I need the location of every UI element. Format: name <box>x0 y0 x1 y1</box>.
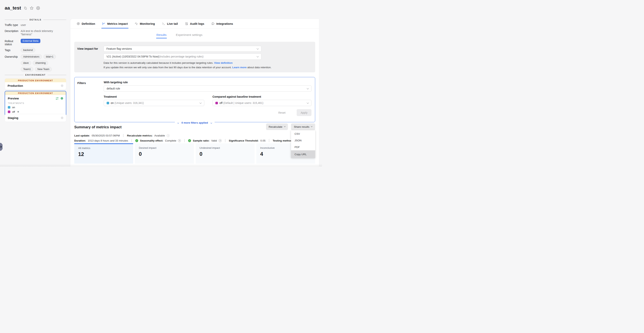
apply-button[interactable]: Apply <box>297 109 312 116</box>
default-treatment-icon: ✳ <box>17 110 19 113</box>
owner-pill[interactable]: Administrators <box>21 54 42 59</box>
chevron-down-icon <box>311 125 312 127</box>
check-circle-icon: ✓ <box>135 139 138 142</box>
env-name: Staging <box>8 116 18 120</box>
production-env-banner: PRODUCTION ENVIRONMENT <box>5 91 66 95</box>
pulse-icon <box>135 22 138 25</box>
treatment-off-row: off ✳ <box>8 110 63 113</box>
gear-icon[interactable] <box>36 6 40 10</box>
card-desired-impact[interactable]: Desired impact 0 <box>135 143 194 164</box>
environment-heading: ENVIRONMENT <box>5 74 66 76</box>
tab-audit-logs[interactable]: Audit logs <box>185 19 204 28</box>
page-title: aa_test <box>5 5 21 11</box>
chevron-down-icon <box>200 102 202 104</box>
baseline-label: Compared against baseline treatment <box>212 95 261 98</box>
results-subtabs: Results Experiment settings <box>55 33 304 38</box>
reset-button[interactable]: Reset <box>278 111 286 114</box>
divider <box>269 139 269 142</box>
learn-more-link[interactable]: Learn more <box>232 66 246 69</box>
swap-arrows-icon <box>56 97 59 100</box>
help-icon[interactable]: ? <box>219 139 222 142</box>
tab-integrations[interactable]: Integrations <box>211 19 233 28</box>
tab-definition[interactable]: Definition <box>76 19 95 28</box>
status-dot-grey <box>61 116 63 119</box>
help-icon[interactable]: ? <box>178 139 181 142</box>
treatment-select[interactable]: on (Unique users: 316,341) <box>104 100 204 106</box>
summary-meta-row-2: Duration: 1013 days 8 hours and 33 minut… <box>74 139 307 142</box>
summary-meta-row-1: Last update: 05/30/2025 03:57:06PM Recal… <box>74 134 170 137</box>
version-note-1: Data for this version is automatically c… <box>104 62 232 64</box>
sidebar-expand-handle[interactable] <box>0 143 2 151</box>
chevron-down-icon <box>306 102 309 104</box>
owner-pill[interactable]: bilal+1 <box>44 54 56 59</box>
chevron-down-icon <box>177 122 179 124</box>
treatment-off-swatch <box>8 110 10 113</box>
view-definition-link[interactable]: View definition <box>214 62 232 64</box>
check-circle-icon: ✓ <box>188 139 191 142</box>
env-name: Production <box>8 84 23 87</box>
tag-pill[interactable]: backend <box>21 48 35 52</box>
targeting-rule-select[interactable]: default rule <box>104 86 312 92</box>
share-menu-item-csv[interactable]: CSV <box>291 130 315 137</box>
filters-panel: Filters With targeting rule default rule… <box>74 77 315 122</box>
treatment-on-row: on <box>8 106 63 109</box>
share-menu-item-copy-url[interactable]: Copy URL <box>291 150 315 158</box>
puzzle-icon <box>211 22 214 25</box>
share-menu-item-pdf[interactable]: PDF <box>291 144 315 150</box>
env-card-staging[interactable]: Staging <box>5 114 66 122</box>
subtab-experiment-settings[interactable]: Experiment settings <box>176 33 202 38</box>
chevron-down-icon <box>306 87 309 89</box>
card-all-metrics[interactable]: All metrics 12 <box>74 143 133 164</box>
chevron-down-icon <box>210 122 212 124</box>
targeting-rule-label: With targeting rule <box>104 81 128 84</box>
owner-pill[interactable]: dave <box>21 61 31 65</box>
recalculate-button[interactable]: Recalculate <box>266 124 288 130</box>
expand-arrow-icon <box>0 146 2 148</box>
filters-label: Filters <box>78 82 86 84</box>
star-icon[interactable] <box>30 6 34 10</box>
detail-rollout-status: Rollout status External Beta <box>5 39 66 46</box>
env-card-preview[interactable]: PRODUCTION ENVIRONMENT Preview TREATMENT… <box>5 91 66 117</box>
treatment-on-swatch <box>8 106 10 108</box>
copy-icon[interactable] <box>24 6 27 10</box>
details-heading: DETAILS <box>5 18 66 21</box>
treatment-off-swatch <box>216 102 218 104</box>
owner-pill[interactable]: New Team <box>35 67 52 72</box>
share-results-button[interactable]: Share results <box>291 124 315 130</box>
tab-metrics-impact[interactable]: Metrics impact <box>102 19 128 28</box>
production-env-banner: PRODUCTION ENVIRONMENT <box>5 78 66 82</box>
more-filters-toggle[interactable]: 0 more filters applied <box>175 121 214 124</box>
version-note-2: If you update this version we will only … <box>104 66 272 69</box>
env-name: Preview <box>8 97 19 100</box>
chevron-down-icon <box>256 55 259 57</box>
chevron-down-icon <box>256 48 259 50</box>
owner-pill[interactable]: channing <box>33 61 48 65</box>
main-panel: Definition Metrics impact Monitoring Liv… <box>70 19 319 166</box>
tab-live-tail[interactable]: Live tail <box>162 19 178 28</box>
chevron-down-icon <box>284 125 286 127</box>
tabs-row: Definition Metrics impact Monitoring Liv… <box>70 19 319 28</box>
rollout-status-badge[interactable]: External Beta <box>21 39 40 43</box>
divider <box>123 134 124 137</box>
document-search-icon <box>185 22 188 25</box>
sidebar: aa_test DETAILS Traffic type user Descri… <box>0 0 70 166</box>
subtab-results[interactable]: Results <box>156 33 167 38</box>
env-card-production[interactable]: PRODUCTION ENVIRONMENT Production <box>5 78 66 90</box>
detail-traffic-type: Traffic type user <box>5 24 66 27</box>
share-results-menu: CSV JSON PDF Copy URL <box>291 130 315 158</box>
version-type-select[interactable]: Feature flag versions <box>104 46 262 52</box>
view-impact-panel: View impact for Feature flag versions V2… <box>74 42 315 72</box>
detail-tags: Tags backend <box>5 48 66 52</box>
baseline-select[interactable]: off (Default | Unique users: 315,461) <box>212 100 312 106</box>
info-icon[interactable]: i <box>167 134 170 137</box>
tab-monitoring[interactable]: Monitoring <box>135 19 155 28</box>
share-menu-item-json[interactable]: JSON <box>291 137 315 144</box>
treatment-on-swatch <box>106 102 109 104</box>
status-dot-green <box>60 97 63 100</box>
owner-pill[interactable]: Team1 <box>21 67 33 72</box>
summary-heading: Summary of metrics impact <box>74 125 122 129</box>
card-undesired-impact[interactable]: Undesired impact 0 <box>196 143 254 164</box>
metric-summary-cards: All metrics 12 Desired impact 0 Undesire… <box>74 143 315 164</box>
treatment-label: Treatment <box>104 95 117 98</box>
version-select[interactable]: V21 (Active) (10/03/2022 04:59PM To Now)… <box>104 54 262 60</box>
